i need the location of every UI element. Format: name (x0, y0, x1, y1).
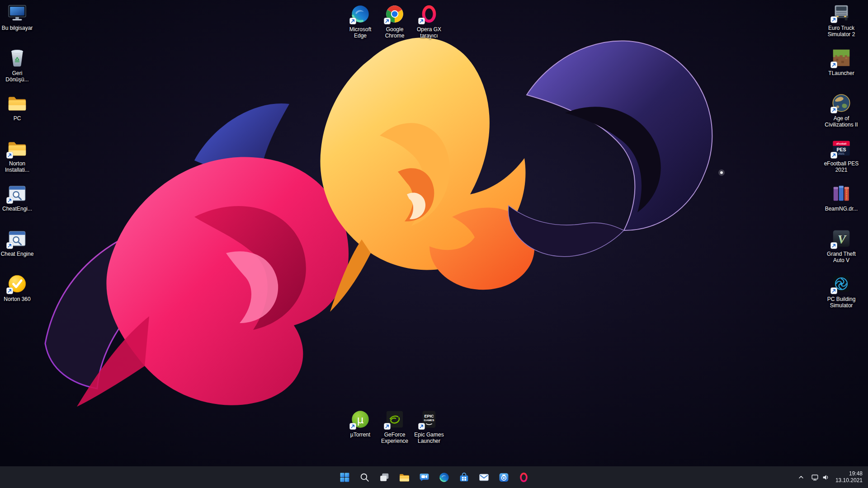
taskbar-mail-button[interactable] (475, 468, 493, 486)
svg-text:EPIC: EPIC (424, 414, 434, 418)
volume-icon (822, 474, 830, 481)
desktop-icon-beamng-dr[interactable]: BeamNG.dr... (822, 182, 860, 227)
folder-icon (6, 92, 28, 114)
desktop-icon-pc-building-simulator[interactable]: PC Building Simulator (822, 272, 860, 317)
desktop-icons-left: Bu bilgisayarGeri Dönüşü...PCNorton Inst… (0, 1, 34, 317)
desktop-icon-cheat-engine[interactable]: Cheat Engine (0, 227, 34, 272)
svg-text:GAMES: GAMES (424, 418, 434, 422)
taskbar-opera-gx-button[interactable] (514, 468, 533, 486)
aoc2-icon (830, 92, 852, 114)
edge-icon (439, 472, 450, 483)
desktop-icon-label: BeamNG.dr... (825, 206, 858, 212)
cheat-engine-icon (6, 183, 28, 204)
shortcut-arrow-icon (830, 152, 837, 159)
taskbar-camera-button[interactable] (495, 468, 513, 486)
desktop-icon-label: Bu bilgisayar (2, 25, 33, 31)
ets2-icon (830, 2, 852, 23)
folder-icon (6, 137, 28, 159)
utorrent-icon: µ (349, 408, 371, 430)
desktop-icon-label: Cheat Engine (1, 251, 34, 257)
desktop-icon-label: TLauncher (828, 70, 854, 76)
svg-text:V: V (838, 233, 847, 247)
tlauncher-icon (830, 47, 852, 69)
shortcut-arrow-icon (6, 242, 13, 249)
desktop-icon-geforce-experience[interactable]: GeForce Experience (377, 408, 412, 451)
desktop-icon-label: Euro Truck Simulator 2 (822, 25, 860, 38)
desktop-icons-top: Microsoft EdgeGoogle ChromeOpera GX tara… (343, 2, 446, 46)
svg-text:PES: PES (836, 147, 846, 152)
shortcut-arrow-icon (384, 18, 391, 24)
desktop-icon-label: Grand Theft Auto V (822, 251, 860, 263)
camera-icon (498, 472, 509, 483)
desktop-icon-norton-360[interactable]: Norton 360 (0, 272, 34, 317)
desktop-icon-age-of-civilizations-ii[interactable]: Age of Civilizations II (822, 91, 860, 136)
desktop-icon-label: Age of Civilizations II (822, 115, 860, 128)
desktop-icon-label: µTorrent (350, 432, 370, 438)
taskbar-start-button[interactable] (335, 468, 354, 486)
desktop-icon-label: CheatEngi... (2, 206, 32, 212)
recycle-bin-icon (6, 47, 28, 69)
desktop-icon-label: PC Building Simulator (822, 296, 860, 309)
desktop-icon-norton-installati[interactable]: Norton Installati... (0, 136, 34, 182)
epic-icon: EPICGAMES (418, 408, 440, 430)
network-icon (811, 474, 819, 481)
desktop-icon-bu-bilgisayar[interactable]: Bu bilgisayar (0, 1, 34, 46)
clock-time: 19:48 (849, 470, 863, 477)
edge-icon (349, 3, 371, 25)
desktop-icon-label: GeForce Experience (377, 432, 412, 444)
chevron-up-icon (797, 474, 805, 481)
desktop-icon-label: Microsoft Edge (343, 26, 377, 39)
desktop-icon-tlauncher[interactable]: TLauncher (822, 46, 860, 91)
desktop-icon-geri-donusu[interactable]: Geri Dönüşü... (0, 46, 34, 91)
desktop: Bu bilgisayarGeri Dönüşü...PCNorton Inst… (0, 0, 868, 488)
shortcut-arrow-icon (830, 107, 837, 113)
task-view-icon (379, 472, 390, 483)
desktop-icon-efootball-pes-2021[interactable]: eFootballPES2021eFootball PES 2021 (822, 136, 860, 182)
shortcut-arrow-icon (418, 423, 425, 430)
taskbar-chat-button[interactable] (415, 468, 433, 486)
desktop-icon-grand-theft-auto-v[interactable]: VGrand Theft Auto V (822, 227, 860, 272)
svg-text:2021: 2021 (838, 152, 844, 155)
desktop-icon-microsoft-edge[interactable]: Microsoft Edge (343, 2, 377, 46)
taskbar-store-button[interactable] (455, 468, 473, 486)
taskbar-file-explorer-button[interactable] (395, 468, 413, 486)
tray-clock[interactable]: 19:48 13.10.2021 (833, 468, 867, 486)
taskbar-search-button[interactable] (355, 468, 373, 486)
desktop-icon-utorrent[interactable]: µµTorrent (343, 408, 377, 451)
shortcut-arrow-icon (6, 152, 13, 159)
desktop-icon-label: PC (14, 115, 21, 122)
svg-text:eFootball: eFootball (836, 142, 847, 145)
desktop-icon-epic-games-launcher[interactable]: EPICGAMESEpic Games Launcher (412, 408, 446, 451)
desktop-icon-google-chrome[interactable]: Google Chrome (377, 2, 412, 46)
shortcut-arrow-icon (6, 197, 13, 204)
desktop-icon-euro-truck-simulator-2[interactable]: Euro Truck Simulator 2 (822, 1, 860, 46)
desktop-icon-label: Opera GX tarayıcı (412, 26, 446, 39)
desktop-icon-label: Norton 360 (4, 296, 30, 302)
shortcut-arrow-icon (384, 423, 391, 430)
tray-status-button[interactable] (808, 468, 833, 486)
shortcut-arrow-icon (418, 18, 425, 24)
desktop-icon-cheatengi[interactable]: CheatEngi... (0, 182, 34, 227)
microsoft-store-icon (458, 472, 470, 483)
desktop-icon-pc[interactable]: PC (0, 91, 34, 136)
gtav-icon: V (830, 228, 852, 249)
shortcut-arrow-icon (830, 242, 837, 249)
search-icon (359, 472, 370, 483)
desktop-icons-bottom: µµTorrentGeForce ExperienceEPICGAMESEpic… (343, 408, 446, 451)
cheat-engine-icon (6, 228, 28, 249)
opera-gx-icon (518, 472, 529, 483)
winrar-icon (830, 183, 852, 204)
pcbs-icon (830, 273, 852, 295)
desktop-icon-label: Norton Installati... (0, 160, 34, 173)
taskbar-edge-button[interactable] (435, 468, 453, 486)
desktop-icon-label: Epic Games Launcher (412, 432, 446, 444)
taskbar-task-view-button[interactable] (375, 468, 393, 486)
desktop-icon-label: Geri Dönüşü... (0, 70, 34, 83)
desktop-icon-opera-gx-tarayici[interactable]: Opera GX tarayıcı (412, 2, 446, 46)
tray-hidden-icons-button[interactable] (794, 468, 808, 486)
desktop-icon-label: eFootball PES 2021 (822, 160, 860, 173)
desktop-icons-right: Euro Truck Simulator 2TLauncherAge of Ci… (822, 1, 860, 317)
shortcut-arrow-icon (830, 287, 837, 294)
shortcut-arrow-icon (6, 287, 13, 294)
geforce-icon (384, 408, 406, 430)
